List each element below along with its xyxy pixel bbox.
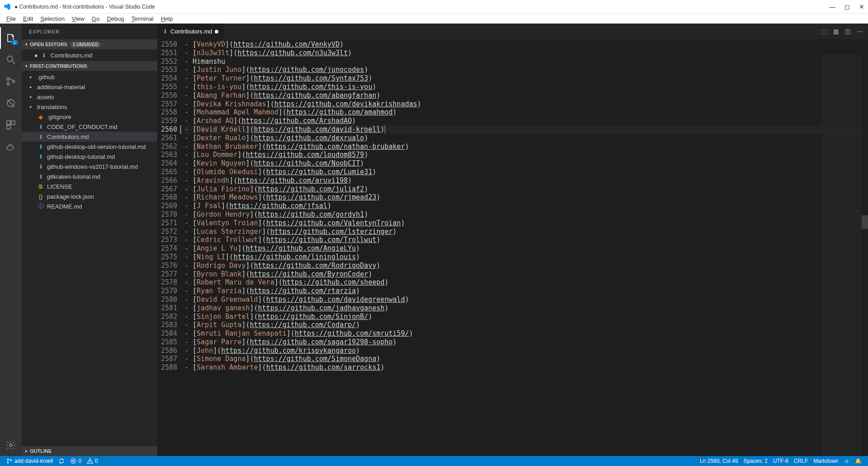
svg-point-9 — [7, 459, 8, 460]
menu-terminal[interactable]: Terminal — [127, 15, 157, 22]
code-line[interactable]: - [Julia Fiorino](https://github.com/jul… — [184, 185, 868, 194]
file-item[interactable]: ⬇github-desktop-tutorial.md — [22, 152, 157, 162]
code-line[interactable]: - [Nathan_Brubaker](https://github.com/n… — [184, 143, 868, 151]
file-item[interactable]: ⓘREADME.md — [22, 201, 157, 211]
code-line[interactable]: - [Kevin Nguyen](https://github.com/Noob… — [184, 159, 868, 168]
scrollbar-thumb[interactable] — [862, 215, 868, 229]
docker-activity[interactable] — [0, 136, 22, 157]
line-number: 2574 — [157, 244, 177, 253]
code-line[interactable]: - [Olumide Okedusi](https://github.com/L… — [184, 168, 868, 176]
code-line[interactable]: - [Lucas Sterzinger](https://github.com/… — [184, 228, 868, 236]
code-line[interactable]: - [Dexter Rualo](https://github.com/dexr… — [184, 134, 868, 143]
menu-edit[interactable]: Edit — [19, 15, 37, 22]
preview-icon[interactable]: ▥ — [833, 28, 839, 35]
extensions-activity[interactable] — [0, 114, 22, 136]
menu-file[interactable]: File — [3, 15, 19, 22]
code-line[interactable]: - [Arpit Gupta](https://github.com/Codar… — [184, 321, 868, 329]
line-number: 2588 — [157, 363, 177, 372]
notifications-icon[interactable]: 🔔 — [852, 458, 864, 464]
folder-item[interactable]: ▸translations — [22, 102, 157, 112]
folder-item[interactable]: ▸additional-material — [22, 82, 157, 92]
code-line[interactable]: - [Angie L Yu](https://github.com/AngieL… — [184, 244, 868, 253]
code-line[interactable]: - [J Fsal](https://github.com/jfsal) — [184, 202, 868, 210]
file-icon: ◆ — [37, 114, 44, 120]
eol-status[interactable]: CRLF — [791, 458, 811, 464]
code-line[interactable]: - [Arshad AQ](https://github.com/ArshadA… — [184, 117, 868, 125]
code-line[interactable]: - [Devika Krishnadas](https://github.com… — [184, 100, 868, 109]
code-line[interactable]: - [VenkyVD](https://github.com/VenkyVD) — [184, 40, 868, 49]
code-line[interactable]: - [Byron Blank](https://github.com/Byron… — [184, 270, 868, 279]
code-line[interactable]: - [Justin Juno](https://github.com/junoc… — [184, 66, 868, 74]
sync-status[interactable] — [56, 458, 67, 464]
editor-tab[interactable]: ⬇Contributors.md — [157, 24, 224, 39]
file-item[interactable]: ◆.gitignore — [22, 112, 157, 122]
minimize-button[interactable]: — — [829, 3, 835, 10]
code-line[interactable]: - [Peter Turner](https://github.com/Synt… — [184, 74, 868, 83]
folder-item[interactable]: ▸.github — [22, 72, 157, 82]
code-line[interactable]: - Himanshu — [184, 57, 868, 66]
menu-go[interactable]: Go — [88, 15, 103, 22]
file-item[interactable]: 🗎LICENSE — [22, 181, 157, 191]
code-line[interactable]: - [Richard Meadows](https://github.com/r… — [184, 193, 868, 202]
file-item[interactable]: ⬇CODE_OF_CONDUCT.md — [22, 122, 157, 132]
code-line[interactable]: - [Robert Maru de Vera](https://github.c… — [184, 278, 868, 287]
code-line[interactable]: - [jadhav ganesh](https://github.com/jad… — [184, 304, 868, 313]
menu-view[interactable]: View — [68, 15, 88, 22]
folder-header[interactable]: ▾ FIRST-CONTRIBUTIONS — [22, 61, 157, 71]
code-line[interactable]: - [Ryan Tarzia](https://github.com/rtarz… — [184, 287, 868, 295]
errors-status[interactable]: 0 — [67, 458, 84, 464]
folder-item[interactable]: ▸assets — [22, 92, 157, 102]
language-status[interactable]: Markdown — [811, 458, 841, 464]
settings-activity[interactable] — [0, 434, 22, 456]
code-line[interactable]: - [Abang Farhan](https://github.com/aban… — [184, 91, 868, 100]
file-item[interactable]: ⬇github-windows-vs2017-tutorial.md — [22, 162, 157, 171]
encoding-status[interactable]: UTF-8 — [770, 458, 791, 464]
code-line[interactable]: - [Simone Dagna](https://github.com/Simo… — [184, 355, 868, 363]
outline-header[interactable]: ▸ OUTLINE — [22, 446, 157, 456]
code-line[interactable]: - [Cedric Trollwut](https://github.com/T… — [184, 236, 868, 244]
code-line[interactable]: - [this-is-you](https://github.com/this-… — [184, 83, 868, 91]
compare-icon[interactable]: ⬚ — [821, 28, 827, 35]
branch-status[interactable]: add-david-kroell — [4, 458, 56, 464]
code-editor[interactable]: 2550255125522553255425552556255725582559… — [157, 39, 868, 456]
code-line[interactable]: - [Rodrigo Davy](https://github.com/Rodr… — [184, 262, 868, 270]
explorer-activity[interactable]: 1 — [0, 27, 22, 49]
menu-debug[interactable]: Debug — [103, 15, 127, 22]
code-line[interactable]: - [Aravindh](https://github.com/aruvi198… — [184, 176, 868, 185]
code-line[interactable]: - [Valentyn Troian](https://github.com/V… — [184, 219, 868, 228]
menu-selection[interactable]: Selection — [37, 15, 68, 22]
spaces-status[interactable]: Spaces: 2 — [741, 458, 770, 464]
code-line[interactable]: - [Sagar Parre](https://github.com/sagar… — [184, 338, 868, 347]
more-icon[interactable]: ⋯ — [857, 28, 863, 35]
code-line[interactable]: - [John](https://github.com/krispykangar… — [184, 347, 868, 355]
code-line[interactable]: - [Mohammad Apel Mahmod](https://github.… — [184, 108, 868, 117]
code-line[interactable]: - [David Kröell](https://github.com/davi… — [184, 125, 868, 134]
open-editors-header[interactable]: ▾ OPEN EDITORS 1 UNSAVED — [22, 39, 157, 49]
file-item[interactable]: ⬇Contributors.md — [22, 132, 157, 142]
code-line[interactable]: - [Smruti Ranjan Senapati](https://githu… — [184, 329, 868, 338]
debug-activity[interactable] — [0, 92, 22, 114]
chevron-right-icon: ▸ — [30, 105, 34, 109]
search-activity[interactable] — [0, 49, 22, 71]
feedback-icon[interactable]: ☺ — [841, 458, 852, 464]
open-editor-item[interactable]: ●⬇Contributors.md — [22, 50, 157, 60]
minimap[interactable] — [821, 55, 862, 456]
menu-help[interactable]: Help — [157, 15, 177, 22]
code-line[interactable]: - [Ning LI](https://github.com/lininglou… — [184, 253, 868, 262]
code-line[interactable]: - [Saransh Ambarte](https://github.com/s… — [184, 363, 868, 372]
line-col-status[interactable]: Ln 2560, Col 49 — [697, 458, 741, 464]
file-item[interactable]: ⬇github-desktop-old-version-tutorial.md — [22, 142, 157, 152]
file-item[interactable]: ⬇gitkraken-tutorial.md — [22, 171, 157, 181]
scm-activity[interactable] — [0, 71, 22, 92]
close-button[interactable]: ✕ — [859, 3, 864, 10]
warnings-status[interactable]: 0 — [84, 458, 101, 464]
maximize-button[interactable]: ◻ — [844, 3, 850, 10]
code-line[interactable]: - [Gordon Hendry](https://github.com/gor… — [184, 210, 868, 219]
code-line[interactable]: - [Sinjon Bartel](https://github.com/Sin… — [184, 313, 868, 321]
vertical-scrollbar[interactable] — [862, 55, 868, 456]
code-line[interactable]: - [Lou Dommer](https://github.com/loudom… — [184, 151, 868, 159]
code-line[interactable]: - [David Greenwald](https://github.com/d… — [184, 295, 868, 304]
split-editor-icon[interactable]: ◫ — [845, 28, 850, 35]
code-line[interactable]: - [n3u3w3lt](https://github.com/n3u3w3lt… — [184, 49, 868, 57]
file-item[interactable]: {}package-lock.json — [22, 191, 157, 201]
